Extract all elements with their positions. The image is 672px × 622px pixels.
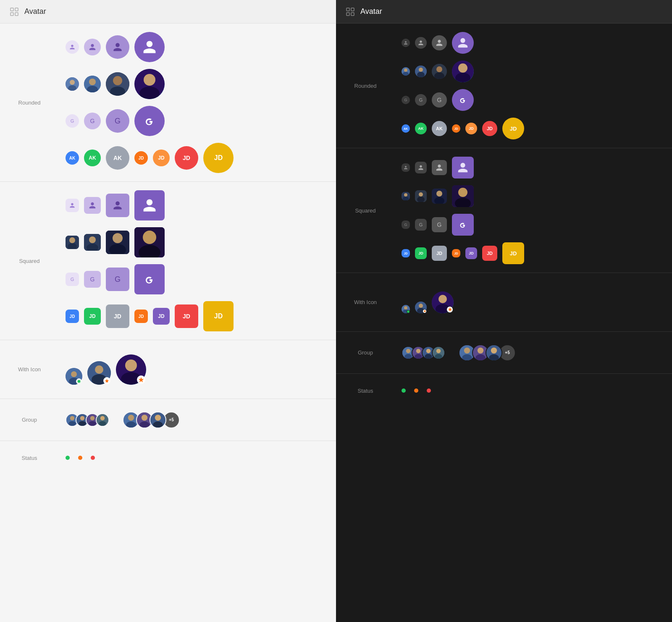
icon-badge-xs-dark xyxy=(407,310,410,313)
avatar-sq-icon-lg-dark xyxy=(452,157,474,178)
avatar-row-withicon-light xyxy=(66,354,329,385)
avatar-sq-photo-md-dark xyxy=(432,189,447,204)
svg-point-32 xyxy=(78,380,81,383)
avatar-jd-orange-light: JD xyxy=(134,151,148,165)
svg-point-114 xyxy=(464,347,470,353)
icon-badge-lg-light xyxy=(137,375,145,384)
content-squared-dark: G G G JD JD JD JD JD JD JD xyxy=(395,148,672,273)
icon-badge-sm-dark xyxy=(423,309,427,313)
avatar-group-1-dark xyxy=(402,346,445,360)
avatar-icon-sm-light xyxy=(84,39,101,55)
header-dark: Avatar xyxy=(336,0,672,24)
icon-badge-lg-dark xyxy=(446,306,453,313)
avatar-sq-photo-dark xyxy=(402,185,665,207)
label-status-dark: Status xyxy=(336,374,395,407)
svg-point-51 xyxy=(100,416,105,420)
svg-point-82 xyxy=(419,192,423,197)
avatar-sq-icon-dark xyxy=(402,157,665,178)
avatar-sq-g-md-light: G xyxy=(106,268,129,291)
header-title-light: Avatar xyxy=(24,7,46,16)
label-withicon-dark: With Icon xyxy=(336,273,395,331)
content-status-light xyxy=(59,441,336,475)
svg-point-5 xyxy=(70,80,75,85)
content-group-dark: +5 xyxy=(395,332,672,373)
svg-point-45 xyxy=(80,416,85,420)
avatar-sq-g-sm-light: G xyxy=(84,271,101,288)
svg-point-49 xyxy=(89,421,96,426)
svg-point-42 xyxy=(70,416,75,420)
avatar-icon-xs-dark xyxy=(402,39,410,47)
content-rounded-dark: G G G AK AK AK JD JD JD JD xyxy=(395,24,672,148)
svg-point-55 xyxy=(126,421,136,428)
avatar-g-xs-dark: G xyxy=(402,96,410,104)
avatar-sq-icon-sm-light xyxy=(84,197,101,214)
avatar-jd-yellow-light: JD xyxy=(203,143,234,173)
label-squared-dark: Squared xyxy=(336,148,395,273)
avatar-row-g-dark: G G G xyxy=(402,89,665,111)
svg-point-70 xyxy=(419,68,423,72)
svg-point-76 xyxy=(458,63,467,73)
avatar-sq-jd-red-dark: JD xyxy=(482,246,497,261)
label-group-light: Group xyxy=(0,399,59,441)
avatar-sq-icon-md-dark xyxy=(432,160,447,175)
avatar-sq-jd-orange-light: JD xyxy=(134,310,148,323)
avatar-row-initials-dark: AK AK AK JD JD JD JD xyxy=(402,118,665,139)
avatar-sq-photo-lg-light xyxy=(134,227,165,257)
svg-point-43 xyxy=(68,421,76,426)
avatar-ak-gray-light: AK xyxy=(106,146,129,170)
avatar-sq-icon-xs-dark xyxy=(402,163,410,172)
svg-point-94 xyxy=(419,304,423,308)
avatar-sq-jd-gray-dark: JD xyxy=(432,246,447,261)
avatar-row-initials-light: AK AK AK JD JD JD JD xyxy=(66,143,329,173)
svg-point-38 xyxy=(125,360,137,371)
section-rounded-light: Rounded xyxy=(0,24,336,182)
svg-point-73 xyxy=(436,66,442,72)
label-squared-light: Squared xyxy=(0,182,59,340)
avatar-photo-md-dark xyxy=(432,64,447,79)
content-withicon-dark xyxy=(395,273,672,331)
svg-point-21 xyxy=(89,236,96,243)
svg-point-52 xyxy=(99,421,106,426)
icon-badge-md-light xyxy=(103,377,110,384)
svg-point-27 xyxy=(143,231,156,244)
avatar-sq-g-md-dark: G xyxy=(432,217,447,232)
avatar-g-md-light: G xyxy=(106,109,129,133)
avatar-sq-photo-light xyxy=(66,227,329,257)
avatar-icon-sm-dark xyxy=(415,37,427,49)
avatar-sq-icon-xs-light xyxy=(66,199,79,212)
svg-point-79 xyxy=(404,193,407,197)
content-squared-light: G G G JD JD JD JD JD JD JD xyxy=(59,182,336,340)
svg-point-46 xyxy=(79,421,86,426)
avatar-sq-jd-orange-dark: JD xyxy=(452,249,460,257)
section-rounded-dark: Rounded xyxy=(336,24,672,148)
avatar-photo-sm-light xyxy=(84,76,101,92)
avatar-sq-g-xs-dark: G xyxy=(402,220,410,229)
status-orange-light xyxy=(78,456,82,460)
svg-point-60 xyxy=(155,415,161,420)
avatar-jd-orange2-light: JD xyxy=(153,150,170,166)
svg-point-91 xyxy=(404,306,407,310)
avatar-row-icon-dark xyxy=(402,32,665,54)
svg-marker-36 xyxy=(105,378,109,382)
svg-point-111 xyxy=(436,349,441,353)
label-withicon-light: With Icon xyxy=(0,340,59,399)
svg-point-48 xyxy=(90,416,95,420)
svg-point-58 xyxy=(139,421,149,428)
avatar-group-1-light xyxy=(66,413,109,427)
svg-point-14 xyxy=(144,74,155,86)
avatar-sq-g-lg-light xyxy=(134,264,165,294)
avatar-icon-md-dark xyxy=(432,35,447,50)
avatar-icon-dark xyxy=(344,6,356,18)
svg-point-112 xyxy=(435,354,442,359)
svg-point-106 xyxy=(415,354,422,359)
svg-point-24 xyxy=(113,233,123,243)
avatar-withicon-md-light xyxy=(87,361,111,385)
avatar-photo-sm-dark xyxy=(415,66,427,77)
avatar-ak-green-dark: AK xyxy=(415,123,427,134)
avatar-g-lg-light xyxy=(134,106,165,136)
label-status-light: Status xyxy=(0,441,59,475)
svg-point-109 xyxy=(425,354,432,359)
avatar-sq-photo-lg-dark xyxy=(452,185,474,207)
avatar-ak-blue-light: AK xyxy=(66,151,79,165)
avatar-withicon-lg-light xyxy=(116,354,146,385)
